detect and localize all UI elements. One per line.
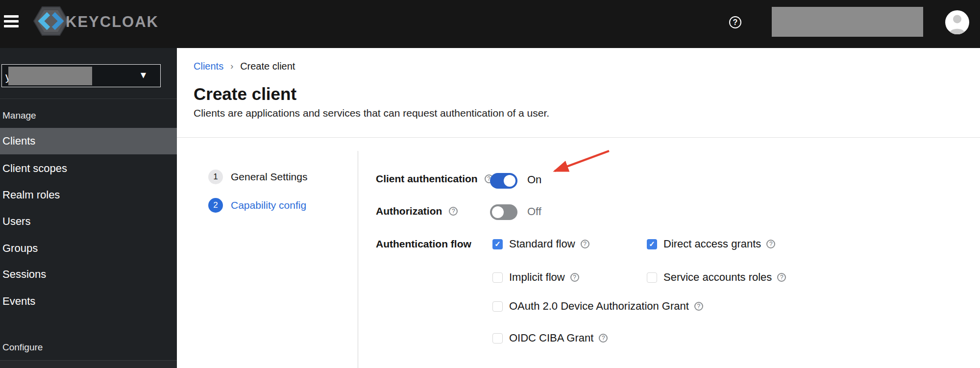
breadcrumb-clients-link[interactable]: Clients <box>194 61 223 72</box>
sidebar-item-client-scopes[interactable]: Client scopes <box>0 155 177 182</box>
help-icon[interactable]: ? <box>777 273 786 282</box>
help-icon[interactable]: ? <box>599 334 608 343</box>
sidebar: y ▾ Manage Clients Client scopes Realm r… <box>0 48 177 368</box>
step-number-badge: 1 <box>208 170 223 184</box>
standard-flow-checkbox[interactable]: ✓ <box>492 239 503 249</box>
sidebar-item-clients[interactable]: Clients <box>0 128 177 154</box>
keycloak-hexagon-icon <box>33 5 69 39</box>
keycloak-logo[interactable]: KEYCLOAK <box>33 5 159 39</box>
authorization-state: Off <box>527 205 541 218</box>
sidebar-partial-item <box>0 361 177 368</box>
red-arrow-annotation <box>539 145 617 179</box>
client-authentication-toggle[interactable] <box>490 173 517 189</box>
page-subtitle: Clients are applications and services th… <box>194 107 549 119</box>
sidebar-item-groups[interactable]: Groups <box>0 235 177 262</box>
option-implicit-flow: Implicit flow ? <box>492 271 579 284</box>
service-accounts-roles-checkbox[interactable] <box>647 272 657 283</box>
breadcrumb-separator-icon: › <box>230 61 233 72</box>
redacted-realm-name <box>8 67 92 85</box>
sidebar-divider <box>0 98 177 99</box>
content-divider <box>177 137 980 138</box>
sidebar-section-configure: Configure <box>2 342 43 353</box>
implicit-flow-checkbox[interactable] <box>492 272 503 283</box>
breadcrumb: Clients › Create client <box>194 61 295 72</box>
help-icon[interactable]: ? <box>581 240 589 248</box>
redacted-realm-info[interactable] <box>772 7 923 37</box>
direct-access-grants-checkbox[interactable]: ✓ <box>647 239 657 249</box>
nav-toggle-hamburger-icon[interactable] <box>4 14 21 28</box>
app-frame: KEYCLOAK ? y ▾ Manage Clients Client sco… <box>0 0 980 368</box>
sidebar-item-events[interactable]: Events <box>0 288 177 315</box>
authentication-flow-label: Authentication flow <box>376 238 471 250</box>
help-icon[interactable]: ? <box>729 16 741 28</box>
oidc-ciba-grant-checkbox[interactable] <box>492 333 503 343</box>
user-avatar[interactable] <box>945 10 969 34</box>
sidebar-item-users[interactable]: Users <box>0 208 177 235</box>
client-authentication-label: Client authentication ? <box>376 173 493 185</box>
wizard-step-general-settings[interactable]: 1 General Settings <box>208 170 307 184</box>
help-icon[interactable]: ? <box>449 207 458 216</box>
breadcrumb-current: Create client <box>240 61 295 72</box>
help-icon[interactable]: ? <box>570 273 579 282</box>
sidebar-item-realm-roles[interactable]: Realm roles <box>0 182 177 208</box>
caret-down-icon[interactable]: ▾ <box>141 69 146 81</box>
option-direct-access-grants: ✓ Direct access grants ? <box>647 238 775 250</box>
page-title: Create client <box>194 84 296 104</box>
wizard-step-capability-config[interactable]: 2 Capability config <box>208 198 306 213</box>
sidebar-section-manage: Manage <box>2 110 36 121</box>
wizard-form-divider <box>358 151 358 368</box>
option-oidc-ciba-grant: OIDC CIBA Grant ? <box>492 332 608 344</box>
brand-text: KEYCLOAK <box>66 13 159 31</box>
toggle-knob <box>492 206 504 218</box>
sidebar-item-sessions[interactable]: Sessions <box>0 261 177 288</box>
client-authentication-state: On <box>527 173 541 186</box>
help-icon[interactable]: ? <box>694 302 703 311</box>
option-oauth-device-grant: OAuth 2.0 Device Authorization Grant ? <box>492 300 703 313</box>
authorization-toggle[interactable] <box>490 204 517 220</box>
masthead: KEYCLOAK ? <box>0 0 980 48</box>
step-number-badge: 2 <box>208 198 223 213</box>
toggle-knob <box>504 175 515 187</box>
help-icon[interactable]: ? <box>766 240 775 248</box>
authorization-label: Authorization ? <box>376 205 458 217</box>
option-standard-flow: ✓ Standard flow ? <box>492 238 589 250</box>
oauth-device-grant-checkbox[interactable] <box>492 301 503 312</box>
realm-selector[interactable]: y ▾ <box>1 64 161 87</box>
option-service-accounts-roles: Service accounts roles ? <box>647 271 786 284</box>
